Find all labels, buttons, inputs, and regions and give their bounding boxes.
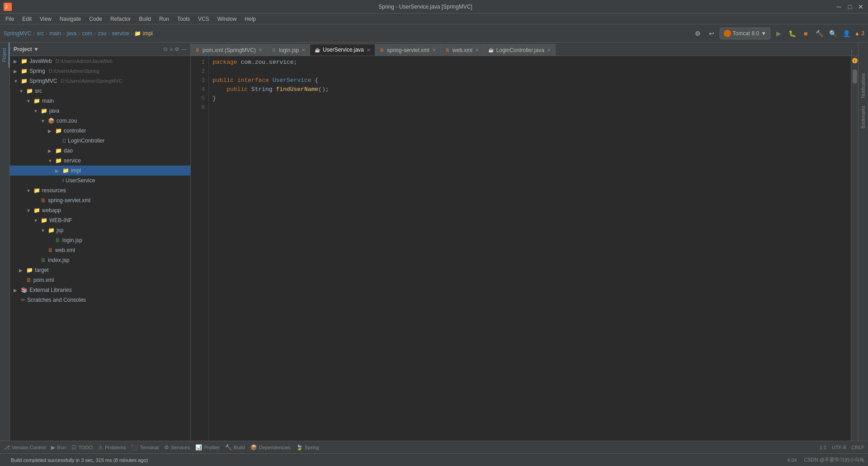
project-tree: ▶ 📁 JavaWeb D:\Users\Admin\JavaWeb ▶ 📁 S… [10, 56, 190, 441]
tab-logincontroller[interactable]: ☕ LoginController.java ✕ [484, 44, 556, 56]
tree-userservice[interactable]: I UserService [10, 176, 190, 185]
breadcrumb-main[interactable]: main [49, 30, 61, 37]
tree-logincontroller[interactable]: C LoginController [10, 136, 190, 146]
tab-webxml[interactable]: 🗎 web.xml ✕ [441, 44, 484, 56]
build-project-button[interactable]: 🔨 [814, 28, 825, 39]
menu-build[interactable]: Build [135, 15, 155, 23]
window-controls[interactable]: ─ □ ✕ [835, 3, 864, 10]
tab-close-springservlet[interactable]: ✕ [432, 48, 436, 52]
maximize-button[interactable]: □ [846, 3, 854, 10]
tab-login[interactable]: 🗎 login.jsp ✕ [267, 44, 310, 56]
tree-extlibs[interactable]: ▶ 📚 External Libraries [10, 285, 190, 295]
notifications-tab[interactable]: Notifications [860, 70, 867, 101]
search-everywhere-button[interactable]: 🔍 [827, 28, 838, 39]
breadcrumb-impl[interactable]: 📁 impl [134, 30, 152, 37]
tree-java[interactable]: ▼ 📁 java [10, 106, 190, 116]
terminal-btn[interactable]: ⬛ Terminal [131, 444, 159, 451]
spring-label: Spring [305, 445, 319, 450]
line-ending[interactable]: CRLF [851, 445, 864, 450]
menu-view[interactable]: View [36, 15, 55, 23]
stop-button[interactable]: ■ [800, 28, 811, 39]
tree-indexjsp[interactable]: 🗎 index.jsp [10, 255, 190, 265]
build-status-message: Build completed successfully in 3 sec, 3… [4, 457, 785, 463]
tree-webapp[interactable]: ▼ 📁 webapp [10, 205, 190, 215]
tab-label-userservice: UserService.java [323, 47, 364, 53]
tree-resources[interactable]: ▼ 📁 resources [10, 185, 190, 195]
tab-close-logincontroller[interactable]: ✕ [547, 48, 551, 52]
tree-jsp-folder[interactable]: ▼ 📁 jsp [10, 225, 190, 235]
tomcat-selector[interactable]: Tomcat 8.0 ▼ [720, 28, 771, 39]
tree-src[interactable]: ▼ 📁 src [10, 86, 190, 96]
menu-refactor[interactable]: Refactor [107, 15, 134, 23]
tree-target[interactable]: ▶ 📁 target [10, 265, 190, 275]
tab-close-userservice[interactable]: ✕ [367, 48, 370, 52]
build-btn[interactable]: 🔨 Build [225, 444, 245, 451]
tree-dao[interactable]: ▶ 📁 dao [10, 146, 190, 156]
tree-springroot[interactable]: ▶ 📁 Spring D:\Users\Admin\Spring [10, 66, 190, 76]
tab-close-pom[interactable]: ✕ [259, 48, 262, 52]
tree-impl[interactable]: ▶ 📁 impl [10, 166, 190, 176]
bookmarks-tab[interactable]: Bookmarks [860, 102, 867, 132]
breadcrumb-springmvc[interactable]: SpringMVC [4, 30, 31, 37]
tab-close-webxml[interactable]: ✕ [475, 48, 479, 52]
tree-webinf[interactable]: ▼ 📁 WEB-INF [10, 215, 190, 225]
breadcrumb-src[interactable]: src [37, 30, 44, 37]
breadcrumb-zou[interactable]: zou [98, 30, 106, 37]
tree-controller[interactable]: ▶ 📁 controller [10, 126, 190, 136]
editor-content[interactable]: 1 2 3 4 5 6 package com.zou.service; pub… [191, 56, 858, 441]
tree-scratches[interactable]: ✏ Scratches and Consoles [10, 295, 190, 305]
scroll-track[interactable] [852, 65, 858, 441]
tree-springservletxml[interactable]: 🗎 spring-servlet.xml [10, 195, 190, 205]
breadcrumb-com[interactable]: com [82, 30, 92, 37]
todo-btn[interactable]: ☑ TODO [71, 444, 93, 451]
tab-springservlet[interactable]: 🗎 spring-servlet.xml ✕ [375, 44, 441, 56]
problems-label: Problems [105, 445, 126, 450]
close-button[interactable]: ✕ [857, 3, 864, 10]
encoding[interactable]: UTF-8 [832, 445, 846, 450]
tab-pom[interactable]: 🗎 pom.xml (SpringMVC) ✕ [191, 44, 267, 56]
menu-edit[interactable]: Edit [19, 15, 35, 23]
run-btn[interactable]: ▶ Run [51, 444, 66, 451]
menu-help[interactable]: Help [241, 15, 259, 23]
project-tool-collapse[interactable]: ≡ [170, 46, 173, 52]
project-tool-gear[interactable]: ⚙ [175, 46, 179, 52]
dependencies-btn[interactable]: 📦 Dependencies [250, 444, 291, 451]
toolbar-btn-2[interactable]: ↩ [706, 28, 717, 39]
tree-javawebroot[interactable]: ▶ 📁 JavaWeb D:\Users\Admin\JavaWeb [10, 56, 190, 66]
project-tool-hide[interactable]: — [181, 46, 187, 52]
far-right-panel: Notifications Bookmarks [858, 43, 868, 441]
project-tool-locate[interactable]: ⊙ [163, 46, 168, 52]
breadcrumb-service[interactable]: service [112, 30, 129, 37]
code-editor[interactable]: package com.zou.service; public interfac… [209, 56, 851, 441]
tree-comzou[interactable]: ▼ 📦 com.zou [10, 116, 190, 126]
tree-service[interactable]: ▼ 📁 service [10, 156, 190, 166]
tree-pomxml[interactable]: 🗎 pom.xml [10, 275, 190, 285]
spring-btn[interactable]: 🍃 Spring [296, 444, 319, 451]
tab-close-login[interactable]: ✕ [302, 48, 305, 52]
toolbar-btn-1[interactable]: ⚙ [693, 28, 703, 39]
tree-loginjsp[interactable]: 🗎 login.jsp [10, 235, 190, 245]
tree-main[interactable]: ▼ 📁 main [10, 96, 190, 106]
profile-button[interactable]: 👤 [841, 28, 852, 39]
breadcrumb-java[interactable]: java [66, 30, 76, 37]
menu-run[interactable]: Run [156, 15, 173, 23]
tab-project[interactable]: Project [0, 43, 9, 67]
version-control-btn[interactable]: ⎇ Version Control [4, 444, 46, 451]
menu-code[interactable]: Code [85, 15, 106, 23]
tab-userservice[interactable]: ☕ UserService.java ✕ [310, 44, 375, 56]
menu-vcs[interactable]: VCS [194, 15, 213, 23]
run-button[interactable]: ▶ [773, 28, 784, 39]
tree-springmvcroot[interactable]: ▼ 📁 SpringMVC D:\Users\Admin\SpringMVC [10, 76, 190, 86]
problems-btn[interactable]: ⚠ Problems [98, 444, 126, 451]
menu-file[interactable]: File [2, 15, 18, 23]
menu-window[interactable]: Window [214, 15, 241, 23]
tab-more[interactable]: ⋮ [845, 49, 858, 56]
profiler-btn[interactable]: 📊 Profiler [195, 444, 220, 451]
services-btn[interactable]: ⚙ Services [164, 444, 190, 451]
tree-webxml[interactable]: 🗎 web.xml [10, 245, 190, 255]
scroll-thumb[interactable] [853, 70, 857, 83]
minimize-button[interactable]: ─ [835, 3, 843, 10]
menu-navigate[interactable]: Navigate [56, 15, 85, 23]
debug-button[interactable]: 🐛 [787, 28, 797, 39]
menu-tools[interactable]: Tools [174, 15, 193, 23]
